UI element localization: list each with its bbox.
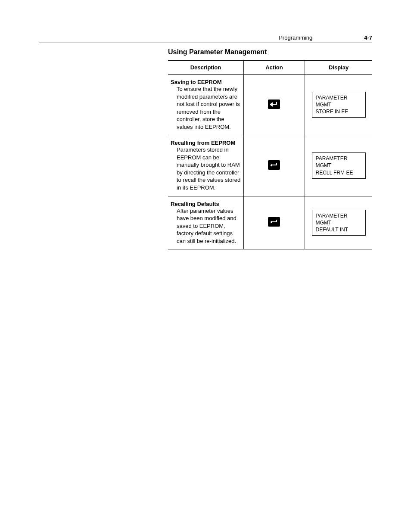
row-text: Parameters stored in EEPROM can be manua… [177,146,241,191]
page-header: Programming 4-7 [39,34,372,43]
lcd-line2: STORE IN EE [316,108,362,115]
row-title: Recalling Defaults [171,201,241,207]
column-header-action: Action [243,61,305,75]
table-row: Saving to EEPROM To ensure that the newl… [168,75,372,135]
lcd-display: PARAMETER MGMT STORE IN EE [312,92,366,118]
lcd-line1: PARAMETER MGMT [316,94,362,108]
row-title: Recalling from EEPROM [171,140,241,146]
lcd-display: PARAMETER MGMT DEFAULT INT [312,210,366,236]
row-title: Saving to EEPROM [171,79,241,85]
parameter-table: Description Action Display Saving to EEP… [168,60,372,249]
lcd-line1: PARAMETER MGMT [316,155,362,169]
section-title: Using Parameter Management [168,48,372,56]
row-text: To ensure that the newly modified parame… [177,85,241,131]
table-row: Recalling Defaults After parameter value… [168,196,372,249]
page-number: 4-7 [364,34,372,41]
lcd-line2: RECLL FRM EE [316,169,362,176]
enter-key-icon [268,100,280,109]
enter-key-icon [268,217,280,227]
row-text: After parameter values have been modifie… [177,207,241,245]
table-row: Recalling from EEPROM Parameters stored … [168,135,372,196]
lcd-line1: PARAMETER MGMT [316,212,362,226]
column-header-description: Description [168,61,243,75]
enter-key-icon [268,160,280,170]
lcd-line2: DEFAULT INT [316,226,362,233]
lcd-display: PARAMETER MGMT RECLL FRM EE [312,152,366,179]
header-section: Programming [279,34,312,41]
column-header-display: Display [305,61,372,75]
